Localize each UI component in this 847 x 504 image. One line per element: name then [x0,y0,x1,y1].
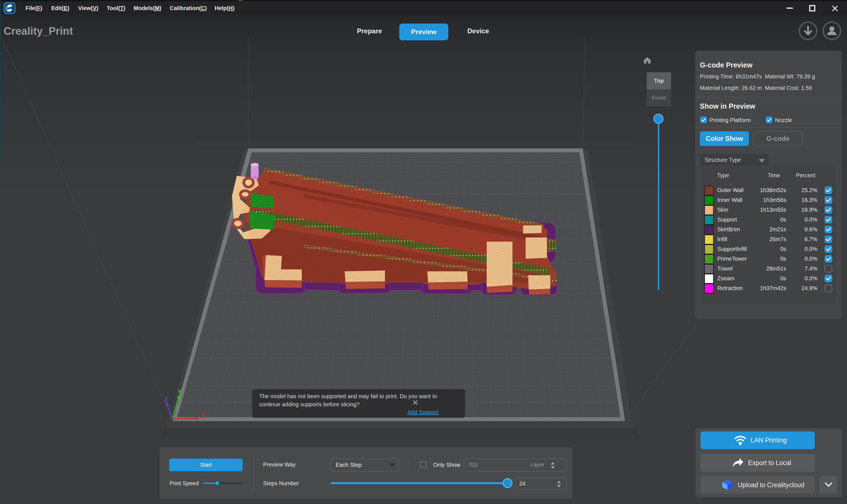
svg-text:Y: Y [178,389,182,396]
svg-text:Z: Z [164,396,168,404]
svg-text:X: X [200,412,205,420]
